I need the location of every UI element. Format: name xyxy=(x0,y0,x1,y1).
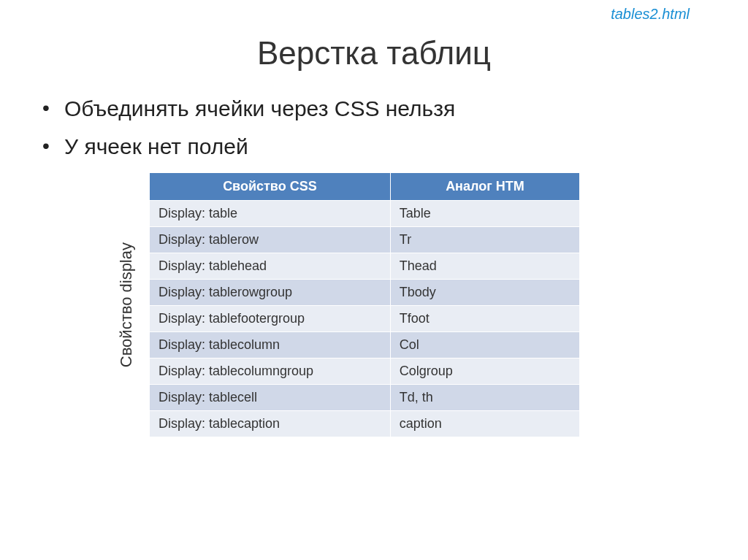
table-row: Display: tablerow Tr xyxy=(150,227,580,253)
table-cell: Tfoot xyxy=(390,306,579,332)
table-cell: Display: tablefootergroup xyxy=(150,306,391,332)
side-label: Свойство display xyxy=(117,242,136,367)
table-header-row: Свойство CSS Аналог HTM xyxy=(150,173,580,201)
table-cell: Td, th xyxy=(390,385,579,411)
page-title: Верстка таблиц xyxy=(0,35,748,72)
list-item: Объединять ячейки через CSS нельзя xyxy=(42,96,748,121)
table-cell: Display: tablecaption xyxy=(150,411,391,437)
table-row: Display: tablefootergroup Tfoot xyxy=(150,306,580,332)
table-cell: Display: tablecolumngroup xyxy=(150,358,391,385)
table-header: Аналог HTM xyxy=(390,173,579,201)
table-cell: Tbody xyxy=(390,280,579,306)
table-cell: Display: tablecolumn xyxy=(150,332,391,358)
table-cell: Col xyxy=(390,332,579,358)
table-cell: Display: tablecell xyxy=(150,385,391,411)
table-row: Display: tablecell Td, th xyxy=(150,385,580,411)
table-cell: Table xyxy=(390,201,579,227)
table-header: Свойство CSS xyxy=(150,173,391,201)
table-cell: Colgroup xyxy=(390,358,579,385)
table-row: Display: tablehead Thead xyxy=(150,253,580,280)
table-cell: Display: tablerow xyxy=(150,227,391,253)
table-section: Свойство display Свойство CSS Аналог HTM… xyxy=(117,172,748,437)
table-cell: Thead xyxy=(390,253,579,280)
list-item: У ячеек нет полей xyxy=(42,134,748,159)
bullet-list: Объединять ячейки через CSS нельзя У яче… xyxy=(42,96,748,159)
table-row: Display: tablecaption caption xyxy=(150,411,580,437)
table-cell: caption xyxy=(390,411,579,437)
top-link: tables2.html xyxy=(611,6,690,23)
css-display-table: Свойство CSS Аналог HTM Display: table T… xyxy=(149,172,580,437)
table-row: Display: tablerowgroup Tbody xyxy=(150,280,580,306)
table-cell: Display: tablerowgroup xyxy=(150,280,391,306)
table-cell: Display: tablehead xyxy=(150,253,391,280)
table-cell: Tr xyxy=(390,227,579,253)
table-row: Display: tablecolumngroup Colgroup xyxy=(150,358,580,385)
table-row: Display: table Table xyxy=(150,201,580,227)
table-cell: Display: table xyxy=(150,201,391,227)
table-row: Display: tablecolumn Col xyxy=(150,332,580,358)
